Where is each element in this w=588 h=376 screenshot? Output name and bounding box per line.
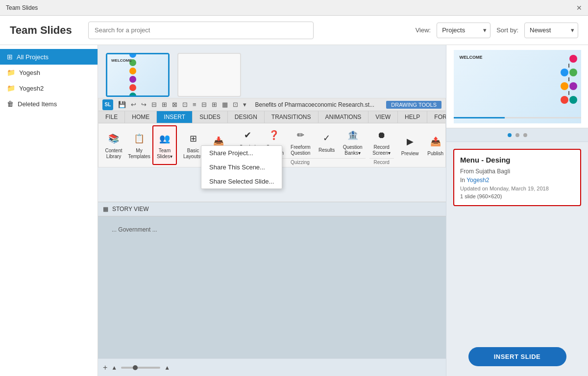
slide-nav-dot-2[interactable] [515,133,519,137]
circle-orange [561,82,568,90]
dropdown-share-scene[interactable]: Share This Scene... [201,160,282,174]
tab-animations[interactable]: ANIMATIONS [318,111,369,123]
preview-btn[interactable]: ▶ Preview [398,125,422,165]
preview-icon: ▶ [402,134,418,149]
my-templates-icon: 📋 [131,131,147,146]
toolbar-icon-3[interactable]: ⊠ [170,100,179,109]
zoom-in-icon[interactable]: ▲ [164,364,170,371]
scene-text: ... Government ... [102,222,167,237]
story-view-label: STORY VIEW [112,206,149,212]
slide-nav-dot-1[interactable] [508,133,512,137]
folder-icon-2: 📁 [7,84,15,92]
tab-home[interactable]: HOME [125,111,157,123]
project-title: Benefits of Pharmacoeconomic Research.st… [255,101,384,108]
sidebar-item-yogesh[interactable]: 📁 Yogesh [0,65,98,80]
details-from: From Sujatha Bagli [460,168,574,175]
preview-label: Preview [401,151,419,157]
main-layout: ⊞ All Projects 📁 Yogesh 📁 Yogesh2 🗑 Dele… [0,45,588,376]
dropdown-share-slide[interactable]: Share Selected Slide... [201,174,282,188]
details-in-link[interactable]: Yogesh2 [466,177,489,184]
close-icon[interactable]: ✕ [576,4,582,12]
toolbar-icon-7[interactable]: ⊞ [210,100,219,109]
view-select-wrapper[interactable]: Projects Scenes Slides [437,23,490,38]
ribbon-topbar: SL 💾 ↩ ↪ ⊟ ⊞ ⊠ ⊡ ≡ ⊟ ⊞ ▦ ⊡ ▾ Benefits of… [98,98,445,111]
redo-icon[interactable]: ↪ [139,100,148,109]
zoom-slider-thumb [133,365,138,370]
tab-view[interactable]: VIEW [368,111,398,123]
details-in-label: In [460,177,465,184]
team-slides-label: TeamSlides▾ [157,148,172,160]
scene-content: ... Government ... [98,216,446,358]
publish-label: Publish [427,151,443,157]
team-slides-icon: 👥 [157,131,172,146]
preview-welcome-label: WELCOME [460,55,483,60]
tab-insert[interactable]: INSERT [157,111,193,123]
freeform-question-label: FreeformQuestion [291,144,311,156]
save-icon[interactable]: 💾 [116,100,128,109]
toolbar-icon-2[interactable]: ⊞ [160,100,169,109]
sidebar-item-label: Yogesh2 [19,85,44,92]
sidebar-item-yogesh2[interactable]: 📁 Yogesh2 [0,80,98,96]
preview-slide: WELCOME [454,50,581,123]
sidebar-item-label: Deleted Items [18,100,57,108]
insert-slide-button[interactable]: INSERT SLIDE [468,347,566,366]
search-input[interactable] [88,22,314,39]
sidebar-item-all-projects[interactable]: ⊞ All Projects [0,49,98,65]
freeform-question-icon: ✏ [293,127,308,143]
circle-red [561,96,568,104]
sort-select[interactable]: Newest Oldest Name [524,23,578,38]
toolbar-icon-8[interactable]: ▦ [220,100,230,109]
my-templates-btn[interactable]: 📋 MyTemplates [127,125,151,165]
team-slides-btn[interactable]: 👥 TeamSlides▾ [152,125,177,165]
slide-nav-dot-3[interactable] [523,133,527,137]
record-screen-btn[interactable]: ⏺ RecordScreen▾ [369,125,394,158]
tab-slides[interactable]: SLIDES [193,111,228,123]
publish-btn[interactable]: 📤 Publish [423,125,446,165]
question-banks-btn[interactable]: 🏦 QuestionBanks▾ [340,125,366,158]
add-scene-icon[interactable]: + [103,363,107,372]
sort-label: Sort by: [496,26,518,34]
details-size: 1 slide (960×620) [460,193,574,199]
project-thumb-menu-d: WELCOME [106,53,170,97]
details-updated: Updated on Monday, March 19, 2018 [460,186,574,191]
question-banks-icon: 🏦 [345,127,361,143]
tab-format[interactable]: FORMAT [427,111,446,123]
toolbar-icon-1[interactable]: ⊟ [149,100,159,109]
sidebar-item-deleted[interactable]: 🗑 Deleted Items [0,96,98,112]
freeform-question-btn[interactable]: ✏ FreeformQuestion [288,125,314,158]
title-bar: Team Slides ✕ [0,0,588,16]
undo-icon[interactable]: ↩ [129,100,138,109]
content-library-btn[interactable]: 📚 ContentLibrary [101,125,126,165]
view-select[interactable]: Projects Scenes Slides [437,23,490,38]
timeline-bar [454,117,581,118]
my-templates-label: MyTemplates [128,148,150,160]
zoom-slider[interactable] [121,367,160,369]
tab-transitions[interactable]: TRANSITIONS [265,111,318,123]
toolbar-icon-6[interactable]: ⊟ [199,100,209,109]
view-label: View: [416,26,431,34]
publish-icon: 📤 [428,134,443,149]
story-view-icon: ▦ [103,206,108,212]
tab-file[interactable]: FILE [98,111,125,123]
toolbar-icon-9[interactable]: ⊡ [231,100,240,109]
results-btn[interactable]: ✓ Results [315,125,339,158]
toolbar-icon-4[interactable]: ⊡ [180,100,190,109]
grid-icon: ⊞ [7,53,13,61]
header-right: View: Projects Scenes Slides Sort by: Ne… [416,23,578,38]
record-buttons: ⏺ RecordScreen▾ [369,125,394,158]
record-screen-icon: ⏺ [374,127,390,143]
dropdown-share-project[interactable]: Share Project... [201,146,282,160]
circle-pink [569,55,577,63]
tab-design[interactable]: DESIGN [228,111,265,123]
survey-question-icon: ❓ [266,127,282,143]
sort-select-wrapper[interactable]: Newest Oldest Name [524,23,578,38]
tree-line [568,64,569,68]
toolbar-icon-5[interactable]: ≡ [191,100,198,109]
content-area: WELCOME Menu - D... (1) [98,45,446,376]
zoom-out-icon[interactable]: ▲ [111,364,117,371]
tab-help[interactable]: HELP [398,111,427,123]
circle-green [569,69,577,76]
details-panel: Menu - Desing From Sujatha Bagli In Yoge… [446,142,588,340]
ribbon-toolbar-icons: 💾 ↩ ↪ ⊟ ⊞ ⊠ ⊡ ≡ ⊟ ⊞ ▦ ⊡ ▾ [116,100,248,109]
toolbar-icon-10[interactable]: ▾ [241,100,248,109]
